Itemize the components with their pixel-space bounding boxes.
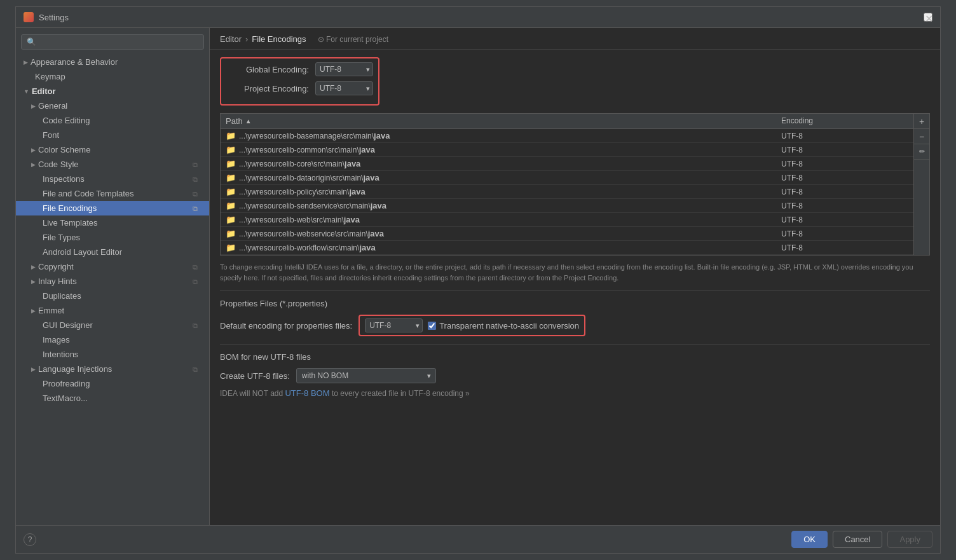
breadcrumb-parent: Editor xyxy=(220,34,242,44)
col-path[interactable]: Path ▲ xyxy=(226,116,781,126)
path-cell: ...\ywresourcelib-web\src\main\java xyxy=(239,215,781,224)
sidebar-item-label: File and Code Templates xyxy=(43,189,134,198)
bom-section-title: BOM for new UTF-8 files xyxy=(220,352,930,362)
path-cell: ...\ywresourcelib-workflow\src\main\java xyxy=(239,243,781,252)
sidebar-item-duplicates[interactable]: Duplicates xyxy=(16,289,209,303)
apply-button[interactable]: Apply xyxy=(887,531,932,548)
folder-icon: 📁 xyxy=(226,159,236,168)
bom-section: BOM for new UTF-8 files Create UTF-8 fil… xyxy=(220,352,930,398)
utf8-bom-link[interactable]: UTF-8 BOM xyxy=(285,388,329,398)
encoding-cell: UTF-8 xyxy=(781,160,908,168)
properties-row: Default encoding for properties files: U… xyxy=(220,315,930,336)
table-row[interactable]: 📁 ...\ywresourcelib-dataorigin\src\main\… xyxy=(221,171,913,185)
remove-row-button[interactable]: − xyxy=(914,129,929,144)
table-row[interactable]: 📁 ...\ywresourcelib-core\src\main\java U… xyxy=(221,157,913,171)
sidebar-item-gui-designer[interactable]: GUI Designer ⧉ xyxy=(16,318,209,332)
sidebar-item-inspections[interactable]: Inspections ⧉ xyxy=(16,172,209,186)
global-encoding-select[interactable]: UTF-8 UTF-16 ISO-8859-1 GBK xyxy=(315,62,373,76)
encoding-highlight-box: Global Encoding: UTF-8 UTF-16 ISO-8859-1… xyxy=(220,57,379,106)
main-content: Editor › File Encodings ⊙ For current pr… xyxy=(210,28,940,525)
expand-arrow: ▶ xyxy=(31,366,36,372)
sidebar-item-editor[interactable]: ▼ Editor xyxy=(16,84,209,99)
close-button[interactable]: ✕ xyxy=(924,13,932,22)
sidebar-item-file-encodings[interactable]: File Encodings ⧉ xyxy=(16,201,209,215)
table-row[interactable]: 📁 ...\ywresourcelib-common\src\main\java… xyxy=(221,143,913,157)
encoding-cell: UTF-8 xyxy=(781,215,908,224)
sidebar-item-label: Duplicates xyxy=(43,291,81,301)
help-button[interactable]: ? xyxy=(24,533,36,546)
table-row[interactable]: 📁 ...\ywresourcelib-basemanage\src\main\… xyxy=(221,129,913,143)
table-row[interactable]: 📁 ...\ywresourcelib-sendservice\src\main… xyxy=(221,199,913,213)
sidebar-item-label: Emmet xyxy=(38,306,64,315)
page-icon: ⧉ xyxy=(193,175,201,183)
search-input[interactable] xyxy=(21,34,204,50)
sidebar-item-color-scheme[interactable]: ▶ Color Scheme xyxy=(16,142,209,157)
folder-icon: 📁 xyxy=(226,229,236,238)
ok-button[interactable]: OK xyxy=(791,531,828,548)
project-encoding-row: Project Encoding: UTF-8 UTF-16 ISO-8859-… xyxy=(226,81,373,95)
add-row-button[interactable]: + xyxy=(914,114,929,129)
folder-icon: 📁 xyxy=(226,201,236,210)
encoding-cell: UTF-8 xyxy=(781,229,908,238)
folder-icon: 📁 xyxy=(226,187,236,196)
sidebar-item-emmet[interactable]: ▶ Emmet xyxy=(16,303,209,318)
expand-arrow: ▶ xyxy=(31,278,36,285)
table-row[interactable]: 📁 ...\ywresourcelib-webservice\src\main\… xyxy=(221,227,913,241)
table-row[interactable]: 📁 ...\ywresourcelib-workflow\src\main\ja… xyxy=(221,241,913,255)
default-encoding-select[interactable]: UTF-8 UTF-16 ISO-8859-1 xyxy=(365,318,423,332)
table-header: Path ▲ Encoding xyxy=(221,114,913,129)
title-bar: Settings ✕ xyxy=(16,7,940,28)
for-project-link[interactable]: ⊙ For current project xyxy=(318,35,388,44)
folder-icon: 📁 xyxy=(226,243,236,252)
cancel-button[interactable]: Cancel xyxy=(833,531,882,548)
dialog-title: Settings xyxy=(39,13,69,22)
edit-row-button[interactable]: ✏ xyxy=(914,144,929,160)
path-cell: ...\ywresourcelib-dataorigin\src\main\ja… xyxy=(239,173,781,182)
sidebar-item-keymap[interactable]: Keymap xyxy=(16,69,209,84)
page-icon: ⧉ xyxy=(193,278,201,285)
sidebar-item-label: Android Layout Editor xyxy=(43,247,122,257)
sidebar-item-images[interactable]: Images xyxy=(16,332,209,347)
sidebar-item-textmacro[interactable]: TextMacro... xyxy=(16,391,209,406)
sidebar-item-code-editing[interactable]: Code Editing xyxy=(16,113,209,128)
encoding-cell: UTF-8 xyxy=(781,146,908,154)
sidebar-item-android-layout[interactable]: Android Layout Editor xyxy=(16,245,209,259)
page-icon: ⧉ xyxy=(193,365,201,373)
sidebar-item-appearance[interactable]: ▶ Appearance & Behavior xyxy=(16,55,209,69)
footer-right: OK Cancel Apply xyxy=(791,531,932,548)
page-icon: ⧉ xyxy=(193,263,201,271)
sidebar-item-file-code-templates[interactable]: File and Code Templates ⧉ xyxy=(16,186,209,201)
folder-icon: 📁 xyxy=(226,215,236,224)
settings-dialog: Settings ✕ ▶ Appearance & Behavior Keyma… xyxy=(15,6,941,554)
expand-arrow: ▶ xyxy=(31,161,36,168)
transparent-label[interactable]: Transparent native-to-ascii conversion xyxy=(439,321,579,331)
project-encoding-select[interactable]: UTF-8 UTF-16 ISO-8859-1 GBK xyxy=(315,81,373,95)
footer: ? OK Cancel Apply xyxy=(16,525,940,553)
transparent-checkbox[interactable] xyxy=(428,322,436,330)
sidebar-item-live-templates[interactable]: Live Templates xyxy=(16,215,209,230)
bom-row: Create UTF-8 files: with NO BOM with BOM… xyxy=(220,368,930,383)
sidebar-item-label: Editor xyxy=(32,86,56,96)
table-row[interactable]: 📁 ...\ywresourcelib-policy\src\main\java… xyxy=(221,185,913,199)
table-row[interactable]: 📁 ...\ywresourcelib-web\src\main\java UT… xyxy=(221,213,913,227)
sidebar-item-inlay-hints[interactable]: ▶ Inlay Hints ⧉ xyxy=(16,274,209,289)
sidebar-item-code-style[interactable]: ▶ Code Style ⧉ xyxy=(16,157,209,172)
global-encoding-select-wrap: UTF-8 UTF-16 ISO-8859-1 GBK xyxy=(315,62,373,76)
page-icon: ⧉ xyxy=(193,190,201,198)
sidebar-item-label: Font xyxy=(43,130,59,140)
create-utf8-select[interactable]: with NO BOM with BOM with BOM (Windows) xyxy=(296,368,436,383)
sidebar-item-intentions[interactable]: Intentions xyxy=(16,347,209,362)
sidebar-item-label: Code Style xyxy=(38,160,79,169)
sidebar-item-copyright[interactable]: ▶ Copyright ⧉ xyxy=(16,259,209,274)
sidebar-item-file-types[interactable]: File Types xyxy=(16,230,209,245)
sidebar-item-proofreading[interactable]: Proofreading xyxy=(16,376,209,391)
path-cell: ...\ywresourcelib-common\src\main\java xyxy=(239,145,781,154)
sidebar-item-font[interactable]: Font xyxy=(16,128,209,142)
sidebar-item-label: Inspections xyxy=(43,174,85,184)
sidebar-item-language-injections[interactable]: ▶ Language Injections ⧉ xyxy=(16,362,209,376)
sidebar: ▶ Appearance & Behavior Keymap ▼ Editor … xyxy=(16,28,210,525)
expand-arrow: ▶ xyxy=(31,103,36,109)
sidebar-item-general[interactable]: ▶ General xyxy=(16,99,209,113)
sidebar-item-label: Color Scheme xyxy=(38,145,90,154)
sidebar-item-label: TextMacro... xyxy=(43,393,88,403)
